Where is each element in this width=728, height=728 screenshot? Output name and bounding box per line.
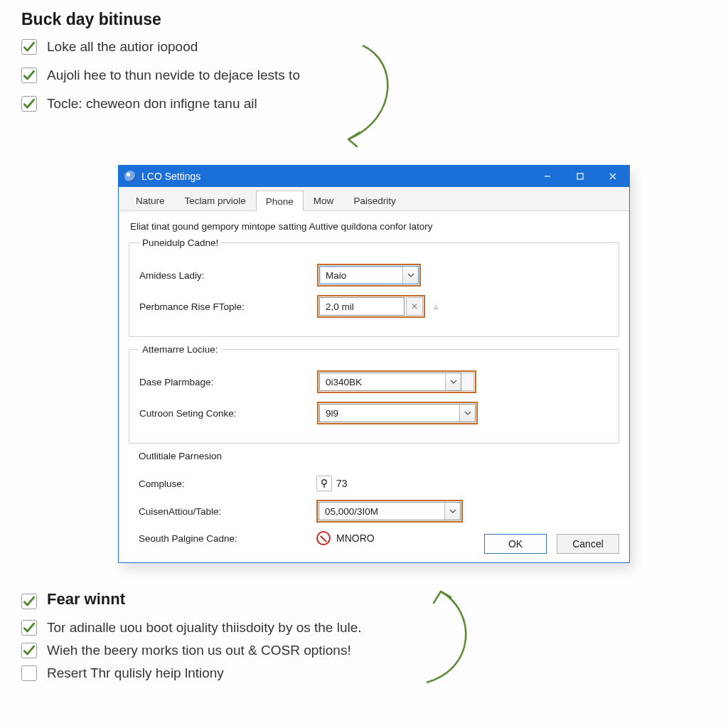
chevron-down-icon[interactable] <box>402 267 418 284</box>
close-button[interactable] <box>596 166 629 187</box>
select-value: 05,000/3I0M <box>325 506 378 517</box>
bottom-checklist: Fear winnt Tor adinalle uou boot ojualit… <box>21 584 533 688</box>
checklist-item: Aujoli hee to thun nevide to dejace lest… <box>21 68 476 83</box>
checklist-item: Loke all the autior iopood <box>21 39 476 55</box>
group-legend: Attemarre Lociue: <box>139 344 221 355</box>
tab-paisedrity[interactable]: Paisedrity <box>343 190 405 210</box>
checkmark-icon[interactable] <box>21 594 37 609</box>
field-label: Cutroon Seting Conke: <box>139 408 317 419</box>
tab-teclam[interactable]: Teclam prviole <box>175 190 256 210</box>
chevron-down-icon[interactable] <box>444 503 460 520</box>
svg-rect-1 <box>577 173 583 179</box>
checklist-label: Tor adinalle uou boot ojuality thiisdoit… <box>47 620 362 636</box>
minimize-button[interactable] <box>531 166 564 187</box>
checklist-item: Tor adinalle uou boot ojuality thiisdoit… <box>21 620 533 636</box>
tab-phone[interactable]: Phone <box>256 191 304 211</box>
highlight-box: 2,0 mil ✕ <box>317 295 425 318</box>
amidess-select[interactable]: Maio <box>319 266 419 284</box>
group-legend: Puneidulp Cadne! <box>139 237 221 248</box>
seouth-value: MNORO <box>336 532 375 544</box>
field-label: CuisenAttiou/Table: <box>139 506 316 517</box>
select-value: 9l9 <box>326 408 338 419</box>
dase-select[interactable]: 0i340BK <box>319 373 461 391</box>
prohibited-icon <box>316 531 331 545</box>
top-title: Buck day bitinuse <box>21 10 476 29</box>
settings-dialog: LCO Settings Nature Teclam prviole Phone… <box>118 165 630 563</box>
clear-icon[interactable]: ✕ <box>406 297 423 316</box>
svg-point-4 <box>322 480 326 484</box>
bottom-title: Fear winnt <box>47 590 125 609</box>
cancel-button[interactable]: Cancel <box>557 534 619 554</box>
cuisen-select[interactable]: 05,000/3I0M <box>318 502 461 520</box>
maximize-button[interactable] <box>564 166 596 187</box>
input-value: 2,0 mil <box>326 301 354 312</box>
field-label: Seouth Palgine Cadne: <box>139 533 316 544</box>
select-value: 0i340BK <box>326 377 362 387</box>
checklist-item: Wieh the beery morks tion us out & COSR … <box>21 643 533 658</box>
perbmance-input[interactable]: 2,0 mil <box>319 297 405 316</box>
highlight-box: 0i340BK <box>317 370 476 393</box>
window-title: LCO Settings <box>141 171 531 182</box>
checkmark-icon[interactable] <box>21 68 37 83</box>
checkmark-icon[interactable] <box>21 39 37 55</box>
highlight-box: Maio <box>317 264 421 287</box>
field-label: Compluse: <box>139 478 316 489</box>
checkmark-icon[interactable] <box>21 643 37 658</box>
ok-button[interactable]: OK <box>484 534 547 554</box>
field-label: Amidess Ladiy: <box>139 270 317 281</box>
select-value: Maio <box>326 270 346 281</box>
tab-mow[interactable]: Mow <box>304 190 344 210</box>
app-icon <box>124 171 136 182</box>
checklist-label: Loke all the autior iopood <box>47 39 198 55</box>
checklist-label: Wieh the beery morks tion us out & COSR … <box>47 643 351 658</box>
highlight-box: 9l9 <box>317 402 478 424</box>
tab-description: Eliat tinat gound gempory mintope sattin… <box>129 218 619 237</box>
compluse-value: 73 <box>336 478 348 489</box>
tab-nature[interactable]: Nature <box>126 190 175 210</box>
select-extend-button[interactable] <box>461 373 474 391</box>
checklist-label: Tocle: cheweon don infigne tanu ail <box>47 96 257 112</box>
group-legend: Outlitiale Parnesion <box>139 451 222 461</box>
stepper-icon[interactable]: ▵ <box>432 299 439 314</box>
checklist-item: Fear winnt <box>21 590 533 613</box>
dialog-body: Eliat tinat gound gempory mintope sattin… <box>119 211 629 560</box>
checklist-item: Tocle: cheweon don infigne tanu ail <box>21 96 476 112</box>
field-label: Perbmance Rise FTople: <box>139 301 317 312</box>
chevron-down-icon[interactable] <box>459 405 475 422</box>
pin-icon <box>316 476 332 491</box>
highlight-box: 05,000/3I0M <box>316 500 463 523</box>
chevron-down-icon[interactable] <box>445 373 461 390</box>
field-label: Dase Plarmbage: <box>139 377 317 387</box>
checklist-label: Aujoli hee to thun nevide to dejace lest… <box>47 68 300 83</box>
checklist-item: Resert Thr qulisly heip lntiony <box>21 665 533 681</box>
arrow-annotation-icon <box>320 40 405 154</box>
tab-strip: Nature Teclam prviole Phone Mow Paisedri… <box>119 187 629 211</box>
checkmark-icon[interactable] <box>21 620 37 636</box>
checkbox-empty[interactable] <box>21 665 37 681</box>
top-checklist: Buck day bitinuse Loke all the autior io… <box>21 10 476 124</box>
checklist-label: Resert Thr qulisly heip lntiony <box>47 665 224 681</box>
group-puneidulp: Puneidulp Cadne! Amidess Ladiy: Maio <box>129 237 619 337</box>
titlebar[interactable]: LCO Settings <box>119 166 629 187</box>
cutroon-select[interactable]: 9l9 <box>319 404 476 422</box>
checkmark-icon[interactable] <box>21 96 37 112</box>
group-attemarre: Attemarre Lociue: Dase Plarmbage: 0i340B… <box>129 344 619 444</box>
dialog-footer: OK Cancel <box>484 534 619 554</box>
